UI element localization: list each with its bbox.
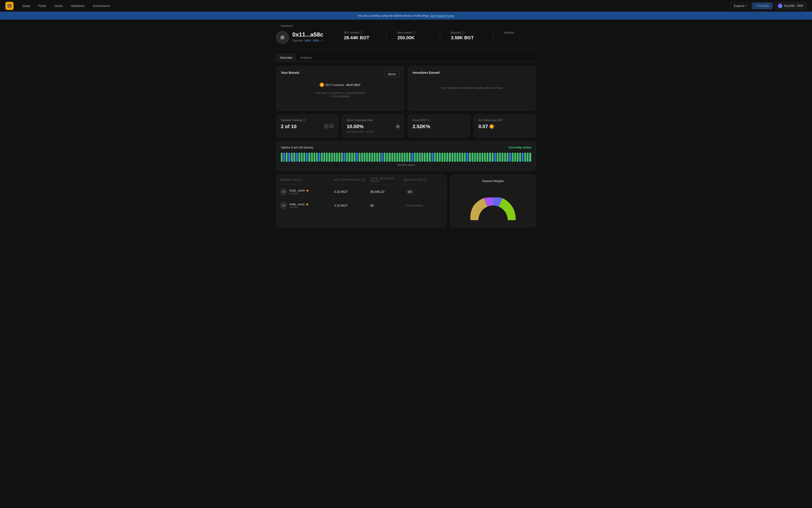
- breadcrumb-arrow: ←: [276, 24, 279, 28]
- validator-ranking-info-icon[interactable]: i: [303, 119, 306, 122]
- uptime-bar: [301, 153, 303, 162]
- stat-divider-1: [386, 31, 387, 40]
- uptime-bar: [336, 153, 338, 162]
- tabs: Overview Analytics: [276, 54, 536, 61]
- uptime-bar: [406, 153, 408, 162]
- uptime-bar: [434, 153, 436, 162]
- validator-stats: BGT emitted i 28.44K BGT Bera staked i 2…: [344, 31, 536, 40]
- stat-divider-2: [440, 31, 440, 40]
- stat-card-validator-ranking: Validator Ranking i 2 of 10 ⊞⚙: [276, 114, 338, 137]
- uptime-bar: [529, 153, 531, 162]
- uptime-bar: [306, 153, 308, 162]
- block-proposing-label: Block Proposing Rate: [347, 119, 399, 122]
- vault-name-1: 0x3d...a434: [289, 189, 308, 192]
- uptime-bar: [449, 153, 451, 162]
- testnet-banner: You are currently using the testnet vers…: [0, 12, 812, 19]
- incentives-card: Incentives Earned Your claimable incenti…: [408, 66, 536, 111]
- col-incentives: INCENTIVES i: [407, 177, 443, 182]
- col-bgt-per-proposal: BGT PER PROPOSAL i: [334, 177, 370, 182]
- table-section: REWARD VAULTS BGT PER PROPOSAL i TOTAL I…: [276, 175, 536, 227]
- token-badge-1: bbt: [407, 190, 413, 194]
- reward-vaults-table: REWARD VAULTS BGT PER PROPOSAL i TOTAL I…: [276, 175, 446, 227]
- stat-bgt-emitted: BGT emitted i 28.44K BGT: [344, 31, 376, 40]
- bera-staked-info-icon[interactable]: i: [413, 31, 416, 34]
- uptime-bar: [497, 153, 499, 162]
- uptime-bar: [426, 153, 428, 162]
- vault-type-1: OTHER: [289, 192, 308, 195]
- uptime-bar: [444, 153, 446, 162]
- boosts-content: B BGT Available: 69.07 BGT You have no c…: [281, 77, 399, 106]
- stat-card-est-return: Est. Return per BGT 0.07 B: [474, 114, 536, 137]
- uptime-bar: [522, 153, 523, 162]
- total-incentive-2: $0: [370, 204, 407, 207]
- uptime-bar: [416, 153, 418, 162]
- nav-swap[interactable]: Swap: [19, 3, 33, 9]
- portfolio-button[interactable]: + Portfolio: [752, 2, 773, 9]
- bgt-coin-icon: B: [319, 83, 324, 87]
- wallet-button[interactable]: 0x1A59...7525: [775, 2, 807, 10]
- stat-boosted: Boosted i 3.58K BGT: [451, 31, 482, 40]
- tab-analytics[interactable]: Analytics: [296, 54, 316, 61]
- boost-apr-info-icon[interactable]: i: [427, 119, 430, 122]
- explore-button[interactable]: Explore ▾: [730, 2, 750, 9]
- total-incentive-info-icon[interactable]: i: [403, 178, 407, 181]
- block-proposing-sub: Last day: 4.62K / 46.23K: [347, 130, 399, 133]
- stat-card-boost-apr: Boost APR i 2.52K%: [408, 114, 470, 137]
- uptime-bar: [303, 153, 305, 162]
- uptime-bar: [344, 153, 345, 162]
- uptime-bar: [412, 153, 413, 162]
- boosts-card: Your Boosts Boost B BGT Available: 69.07…: [276, 66, 404, 111]
- bgt-proposal-info-icon[interactable]: i: [362, 178, 366, 181]
- banner-text: You are currently using the testnet vers…: [358, 14, 429, 17]
- uptime-bar: [386, 153, 388, 162]
- stat-bgt-emitted-value: 28.44K BGT: [344, 35, 376, 40]
- reward-weights-card: Reward Weights: [450, 175, 536, 227]
- active-badge: Currently Active: [509, 146, 531, 149]
- external-link-icon[interactable]: ↗: [320, 39, 323, 42]
- nav-validators[interactable]: Validators: [68, 3, 88, 9]
- boosted-info-icon[interactable]: i: [462, 31, 465, 34]
- uptime-bar: [404, 153, 405, 162]
- uptime-bar: [429, 153, 431, 162]
- stat-bgt-emitted-label: BGT emitted i: [344, 31, 376, 34]
- table-header: REWARD VAULTS BGT PER PROPOSAL i TOTAL I…: [276, 175, 446, 185]
- vault-details-1: 0x3d...a434 OTHER: [289, 189, 308, 195]
- uptime-bar: [499, 153, 501, 162]
- uptime-bar: [339, 153, 340, 162]
- donut-chart: [455, 186, 531, 222]
- validator-name: 0x11...a58c: [292, 31, 340, 38]
- nav-pools[interactable]: Pools: [35, 3, 49, 9]
- vault-icon-1: ⚖: [280, 188, 287, 195]
- incentives-empty-message: Your claimable incentive rewards will sh…: [413, 86, 531, 90]
- stat-divider-3: [493, 31, 494, 40]
- uptime-bar: [457, 153, 458, 162]
- stat-card-block-proposing: Block Proposing Rate 10.00% Last day: 4.…: [342, 114, 404, 137]
- ranking-icon: ⊞⚙: [324, 122, 335, 130]
- uptime-bar: [366, 153, 368, 162]
- uptime-bar: [318, 153, 320, 162]
- uptime-bar: [452, 153, 453, 162]
- nav-vaults[interactable]: Vaults: [51, 3, 66, 9]
- uptime-bar: [396, 153, 398, 162]
- tab-overview[interactable]: Overview: [276, 54, 296, 61]
- vault-name-2: 0x4b...eece: [289, 203, 308, 206]
- uptime-bar: [313, 153, 315, 162]
- breadcrumb[interactable]: ← Validators: [276, 24, 536, 28]
- uptime-bar: [286, 153, 288, 162]
- boosts-card-title: Your Boosts: [281, 71, 399, 75]
- uptime-bar: [288, 153, 290, 162]
- incentives-card-title: Incentives Earned: [413, 71, 531, 75]
- operator-address[interactable]: 0x0d...A304: [304, 39, 319, 42]
- nav-governance[interactable]: Governance: [90, 3, 113, 9]
- uptime-bar: [291, 153, 293, 162]
- header-divider: [276, 49, 536, 49]
- uptime-bar: [489, 153, 491, 162]
- incentives-col-info-icon[interactable]: i: [424, 178, 427, 181]
- get-funds-link[interactable]: Get Testnet Funds: [430, 14, 454, 17]
- uptime-bar: [394, 153, 396, 162]
- boost-button[interactable]: Boost: [384, 71, 399, 77]
- uptime-bar: [374, 153, 376, 162]
- bgt-emitted-info-icon[interactable]: i: [360, 31, 363, 34]
- boost-apr-label: Boost APR i: [413, 119, 465, 122]
- uptime-bar: [384, 153, 385, 162]
